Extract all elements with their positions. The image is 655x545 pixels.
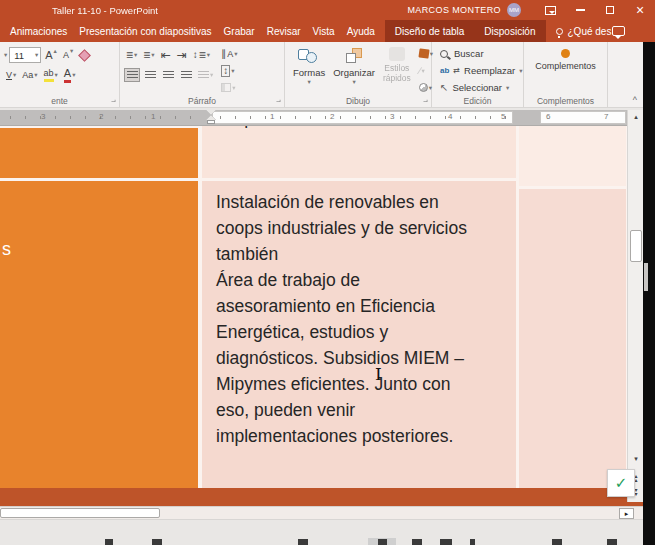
bullets-button[interactable]: ≡▾ <box>124 48 139 62</box>
indent-marker[interactable] <box>206 110 216 126</box>
status-area <box>0 519 655 545</box>
ruler-number: 2 <box>330 112 334 121</box>
tell-me-box[interactable]: ¿Qué des <box>556 26 612 37</box>
paragraph-dialog-launcher[interactable]: ⌐ <box>276 97 281 105</box>
select-button[interactable]: ↖Seleccionar▾ <box>440 79 519 96</box>
background-window-sliver <box>644 263 648 291</box>
table-cell-text-top[interactable]: cooperativas de construcción <box>202 124 516 178</box>
row-label-fragment: s <box>2 239 11 260</box>
font-group-label: ente <box>0 96 119 106</box>
table-cell-orange-main[interactable]: s <box>0 181 198 488</box>
tab-grabar[interactable]: Grabar <box>218 20 261 42</box>
drawing-dialog-launcher[interactable]: ⌐ <box>423 97 428 105</box>
justify-button[interactable] <box>178 68 194 82</box>
taskbar-icon-fragment[interactable] <box>412 539 422 545</box>
vertical-scrollbar-thumb[interactable] <box>630 230 642 262</box>
signed-in-user[interactable]: MARCOS MONTERO <box>407 5 501 15</box>
clear-formatting-icon[interactable] <box>78 49 91 62</box>
tab-vista[interactable]: Vista <box>307 20 341 42</box>
scroll-down-button[interactable]: ▾ <box>629 455 643 463</box>
change-case-button[interactable]: Aa▾ <box>20 69 39 81</box>
replace-button[interactable]: ab⇄Reemplazar▾ <box>440 62 519 79</box>
vertical-scrollbar[interactable]: ▴ ▾ ▴▴ ▾▾ <box>627 110 643 502</box>
align-right-button[interactable] <box>160 68 176 82</box>
find-button[interactable]: Buscar <box>440 45 519 62</box>
select-label: Seleccionar <box>452 82 502 93</box>
numbering-icon: ≡ <box>143 49 150 61</box>
scroll-up-button[interactable]: ▴ <box>629 113 643 121</box>
table-cell-right-main[interactable] <box>519 189 626 488</box>
horizontal-ruler[interactable]: 3 2 1 1 2 3 4 5 6 7 <box>0 110 643 126</box>
tab-animaciones[interactable]: Animaciones <box>4 20 73 42</box>
table-cell-right-top[interactable] <box>519 124 626 186</box>
align-center-button[interactable] <box>142 68 158 82</box>
font-name-dropdown-icon[interactable]: ▾ <box>4 51 7 59</box>
character-spacing-button[interactable]: V▾ <box>4 69 18 81</box>
tab-revisar[interactable]: Revisar <box>261 20 307 42</box>
text-direction-button[interactable]: ∥A▾ <box>219 45 239 62</box>
restore-button[interactable] <box>595 0 625 20</box>
align-left-button[interactable] <box>124 68 140 82</box>
hanging-indent-handle[interactable] <box>206 115 216 120</box>
tab-presentacion[interactable]: Presentación con diapositivas <box>73 20 217 42</box>
decrease-font-letter: A <box>63 50 69 60</box>
decrease-indent-button[interactable]: ⇤ <box>159 48 173 62</box>
columns-button[interactable]: ▾ <box>196 70 215 81</box>
taskbar-icon-fragment[interactable] <box>105 539 113 545</box>
taskbar-icon-fragment[interactable] <box>470 539 475 545</box>
font-color-button[interactable]: A▾ <box>62 66 78 83</box>
line-spacing-button[interactable]: ↕≡▾ <box>191 48 212 62</box>
taskbar-icon-fragment[interactable] <box>378 539 387 545</box>
addins-button[interactable]: Complementos <box>528 47 603 73</box>
minimize-button[interactable] <box>565 0 595 20</box>
drawing-group-label: Dibujo <box>285 96 431 106</box>
quick-styles-button[interactable]: Estilos rápidos <box>379 45 415 85</box>
shapes-button[interactable]: Formas ▾ <box>289 45 329 88</box>
horizontal-scrollbar[interactable]: ▸ <box>0 506 643 519</box>
tab-diseno-de-tabla[interactable]: Diseño de tabla <box>385 20 475 42</box>
comments-icon[interactable] <box>612 26 625 36</box>
scroll-right-button[interactable]: ▸ <box>619 508 634 519</box>
taskbar-icon-fragment[interactable] <box>440 539 452 545</box>
editing-group-label: Edición <box>432 96 523 106</box>
align-text-button[interactable]: ↕▾ <box>219 62 239 79</box>
font-color-dropdown-icon: ▾ <box>72 71 75 79</box>
table-cell-orange-top[interactable] <box>0 128 198 178</box>
replace-swap-icon: ⇄ <box>453 67 460 75</box>
text-highlight-button[interactable]: ab▾ <box>42 67 60 83</box>
decrease-font-button[interactable]: A▾ <box>61 49 75 61</box>
ruler-number: 2 <box>99 112 103 121</box>
arrange-dropdown-icon: ▾ <box>352 78 355 86</box>
spellcheck-ok-button[interactable]: ✓ <box>607 469 635 497</box>
taskbar-icon-fragment[interactable] <box>152 539 162 545</box>
font-size-input[interactable]: 11▾ <box>9 47 41 63</box>
increase-indent-button[interactable]: ⇥ <box>175 48 189 62</box>
taskbar-icon-fragment[interactable] <box>552 539 562 545</box>
table-cell-text-main[interactable]: Instalación de renovables en coops indus… <box>202 181 516 488</box>
taskbar-icon-fragment[interactable] <box>607 539 617 545</box>
collapse-ribbon-button[interactable]: ^ <box>633 95 637 105</box>
tab-ayuda[interactable]: Ayuda <box>341 20 381 42</box>
numbering-button[interactable]: ≡▾ <box>141 48 156 62</box>
screen-edge <box>643 42 655 545</box>
convert-to-smartart-button[interactable]: ▾ <box>219 79 239 96</box>
align-right-icon <box>163 71 174 80</box>
slide-bottom-band <box>0 488 643 506</box>
font-color-icon: A <box>64 67 71 82</box>
user-avatar[interactable]: MM <box>507 3 521 17</box>
close-button[interactable]: × <box>625 0 655 20</box>
align-text-icon: ↕ <box>221 65 230 77</box>
minimize-icon <box>576 9 585 11</box>
ribbon-display-options-button[interactable] <box>535 0 565 20</box>
font-dialog-launcher[interactable]: ⌐ <box>111 97 116 105</box>
tab-disposicion[interactable]: Disposición <box>474 20 545 42</box>
left-indent-handle[interactable] <box>207 120 215 124</box>
taskbar-icon-fragment[interactable] <box>298 539 308 545</box>
slide-canvas[interactable]: s cooperativas de construcción Instalaci… <box>0 126 643 545</box>
powerpoint-window: Taller 11-10 - PowerPoint MARCOS MONTERO… <box>0 0 655 545</box>
title-bar: Taller 11-10 - PowerPoint MARCOS MONTERO… <box>0 0 655 20</box>
horizontal-scrollbar-thumb[interactable] <box>0 508 160 518</box>
addins-group-label: Complementos <box>524 96 607 106</box>
arrange-button[interactable]: Organizar ▾ <box>329 45 379 88</box>
increase-font-button[interactable]: A▴ <box>43 48 59 62</box>
